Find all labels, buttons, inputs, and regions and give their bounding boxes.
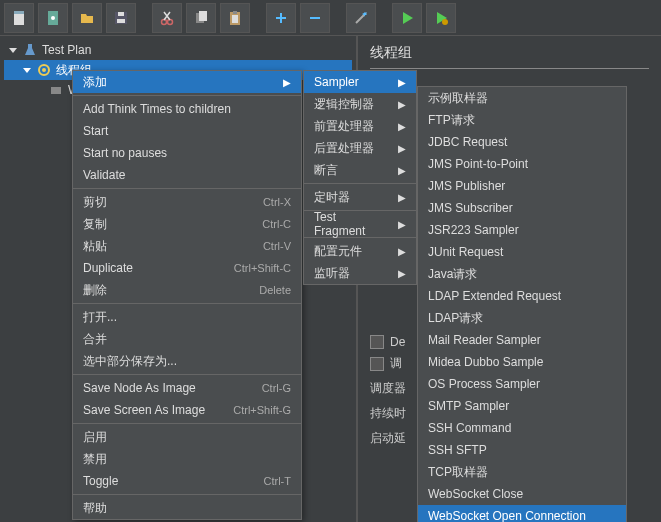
sampler-item[interactable]: FTP请求 (418, 109, 626, 131)
menu-disable[interactable]: 禁用 (73, 448, 301, 470)
submenu-listener[interactable]: 监听器▶ (304, 262, 416, 284)
submenu-timer[interactable]: 定时器▶ (304, 186, 416, 208)
run-alt-icon[interactable] (426, 3, 456, 33)
svg-point-16 (42, 68, 46, 72)
svg-rect-6 (117, 19, 125, 23)
menu-copy[interactable]: 复制Ctrl-C (73, 213, 301, 235)
menu-enable[interactable]: 启用 (73, 426, 301, 448)
menu-save-screen[interactable]: Save Screen As ImageCtrl+Shift-G (73, 399, 301, 421)
chevron-right-icon: ▶ (398, 77, 406, 88)
new-file-icon[interactable] (4, 3, 34, 33)
default-checkbox-label: De (390, 335, 405, 349)
menu-merge[interactable]: 合并 (73, 328, 301, 350)
svg-rect-12 (233, 11, 237, 14)
collapse-icon[interactable] (22, 65, 32, 75)
paste-icon[interactable] (220, 3, 250, 33)
menu-start[interactable]: Start (73, 120, 301, 142)
sampler-item[interactable]: JSR223 Sampler (418, 219, 626, 241)
sampler-icon (48, 82, 64, 98)
debug-checkbox-label: 调 (390, 355, 402, 372)
sampler-item[interactable]: 示例取样器 (418, 87, 626, 109)
template-icon[interactable] (38, 3, 68, 33)
sampler-item[interactable]: SSH SFTP (418, 439, 626, 461)
sampler-item[interactable]: SMTP Sampler (418, 395, 626, 417)
wand-icon[interactable] (346, 3, 376, 33)
submenu-config[interactable]: 配置元件▶ (304, 240, 416, 262)
submenu-post[interactable]: 后置处理器▶ (304, 137, 416, 159)
tree-root[interactable]: Test Plan (4, 40, 352, 60)
minus-icon[interactable] (300, 3, 330, 33)
sampler-item[interactable]: SSH Command (418, 417, 626, 439)
toolbar (0, 0, 661, 36)
flask-icon (22, 42, 38, 58)
svg-point-8 (168, 19, 173, 24)
sampler-item[interactable]: OS Process Sampler (418, 373, 626, 395)
chevron-right-icon: ▶ (283, 77, 291, 88)
chevron-right-icon: ▶ (398, 219, 406, 230)
menu-toggle[interactable]: ToggleCtrl-T (73, 470, 301, 492)
svg-rect-1 (14, 11, 24, 14)
sampler-item[interactable]: TCP取样器 (418, 461, 626, 483)
plus-icon[interactable] (266, 3, 296, 33)
menu-delete[interactable]: 删除Delete (73, 279, 301, 301)
sampler-item[interactable]: Java请求 (418, 263, 626, 285)
sampler-item[interactable]: Midea Dubbo Sample (418, 351, 626, 373)
menu-start-no-pauses[interactable]: Start no pauses (73, 142, 301, 164)
menu-paste[interactable]: 粘贴Ctrl-V (73, 235, 301, 257)
copy-icon[interactable] (186, 3, 216, 33)
sampler-item[interactable]: WebSocket Close (418, 483, 626, 505)
chevron-right-icon: ▶ (398, 192, 406, 203)
menu-cut[interactable]: 剪切Ctrl-X (73, 191, 301, 213)
checkbox-icon[interactable] (370, 357, 384, 371)
save-icon[interactable] (106, 3, 136, 33)
checkbox-icon[interactable] (370, 335, 384, 349)
open-folder-icon[interactable] (72, 3, 102, 33)
svg-rect-5 (118, 12, 124, 16)
menu-save-selection[interactable]: 选中部分保存为... (73, 350, 301, 372)
sampler-item[interactable]: JMS Point-to-Point (418, 153, 626, 175)
svg-point-14 (442, 19, 448, 25)
panel-title: 线程组 (370, 44, 649, 69)
chevron-right-icon: ▶ (398, 165, 406, 176)
svg-rect-10 (199, 11, 207, 21)
menu-open[interactable]: 打开... (73, 306, 301, 328)
sampler-item[interactable]: JMS Subscriber (418, 197, 626, 219)
tree-root-label: Test Plan (42, 43, 91, 57)
svg-point-7 (162, 19, 167, 24)
chevron-right-icon: ▶ (398, 99, 406, 110)
menu-duplicate[interactable]: DuplicateCtrl+Shift-C (73, 257, 301, 279)
submenu-fragment[interactable]: Test Fragment▶ (304, 213, 416, 235)
collapse-icon[interactable] (8, 45, 18, 55)
svg-rect-13 (232, 15, 238, 23)
sampler-submenu: 示例取样器FTP请求JDBC RequestJMS Point-to-Point… (417, 86, 627, 522)
sampler-item[interactable]: LDAP请求 (418, 307, 626, 329)
menu-add[interactable]: 添加▶ (73, 71, 301, 93)
add-submenu: Sampler▶ 逻辑控制器▶ 前置处理器▶ 后置处理器▶ 断言▶ 定时器▶ T… (303, 70, 417, 285)
sampler-item[interactable]: JUnit Request (418, 241, 626, 263)
submenu-logic[interactable]: 逻辑控制器▶ (304, 93, 416, 115)
chevron-right-icon: ▶ (398, 268, 406, 279)
menu-validate[interactable]: Validate (73, 164, 301, 186)
submenu-pre[interactable]: 前置处理器▶ (304, 115, 416, 137)
sampler-item[interactable]: JMS Publisher (418, 175, 626, 197)
sampler-item[interactable]: JDBC Request (418, 131, 626, 153)
gear-icon (36, 62, 52, 78)
submenu-assert[interactable]: 断言▶ (304, 159, 416, 181)
run-icon[interactable] (392, 3, 422, 33)
svg-point-3 (51, 16, 55, 20)
sampler-item[interactable]: LDAP Extended Request (418, 285, 626, 307)
sampler-item[interactable]: WebSocket Open Connection (418, 505, 626, 522)
context-menu: 添加▶ Add Think Times to children Start St… (72, 70, 302, 520)
cut-icon[interactable] (152, 3, 182, 33)
menu-save-node[interactable]: Save Node As ImageCtrl-G (73, 377, 301, 399)
chevron-right-icon: ▶ (398, 246, 406, 257)
menu-add-think-times[interactable]: Add Think Times to children (73, 98, 301, 120)
svg-rect-17 (51, 87, 61, 94)
chevron-right-icon: ▶ (398, 143, 406, 154)
submenu-sampler[interactable]: Sampler▶ (304, 71, 416, 93)
chevron-right-icon: ▶ (398, 121, 406, 132)
menu-help[interactable]: 帮助 (73, 497, 301, 519)
sampler-item[interactable]: Mail Reader Sampler (418, 329, 626, 351)
